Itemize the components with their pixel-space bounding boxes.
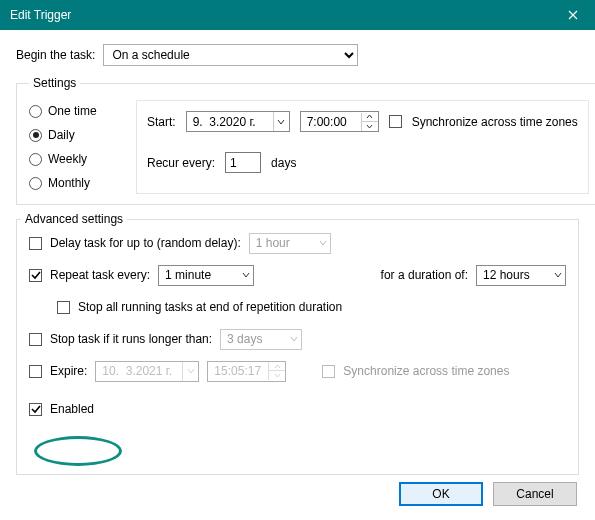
titlebar: Edit Trigger — [0, 0, 595, 30]
dialog-body: Begin the task: On a schedule Settings O… — [0, 30, 595, 489]
sync-tz2-label: Synchronize across time zones — [343, 364, 509, 378]
schedule-radios: One time Daily Weekly Monthly — [29, 100, 124, 194]
delay-value: 1 hour — [256, 236, 290, 250]
close-button[interactable] — [551, 0, 595, 30]
start-time-input[interactable] — [301, 112, 361, 131]
duration-label: for a duration of: — [381, 268, 468, 282]
start-date-input[interactable] — [187, 112, 273, 131]
cancel-button[interactable]: Cancel — [493, 482, 577, 506]
start-time-picker[interactable] — [300, 111, 379, 132]
sync-tz-label: Synchronize across time zones — [412, 115, 578, 129]
radio-weekly[interactable]: Weekly — [29, 152, 124, 166]
stop-at-end-checkbox[interactable] — [57, 301, 70, 314]
recur-unit: days — [271, 156, 296, 170]
duration-value: 12 hours — [483, 268, 530, 282]
start-pane: Start: Synch — [136, 100, 589, 194]
sync-tz2-checkbox — [322, 365, 335, 378]
stop-longer-label: Stop task if it runs longer than: — [50, 332, 212, 346]
chevron-down-icon — [319, 236, 327, 250]
delay-checkbox[interactable] — [29, 237, 42, 250]
advanced-group: Advanced settings Delay task for up to (… — [16, 219, 579, 475]
expire-checkbox[interactable] — [29, 365, 42, 378]
radio-label: Weekly — [48, 152, 87, 166]
begin-label: Begin the task: — [16, 48, 95, 62]
button-bar: OK Cancel — [399, 482, 577, 506]
chevron-down-icon[interactable] — [273, 112, 289, 131]
start-label: Start: — [147, 115, 176, 129]
stop-longer-value: 3 days — [227, 332, 262, 346]
radio-one-time[interactable]: One time — [29, 104, 124, 118]
sync-tz-checkbox[interactable] — [389, 115, 402, 128]
begin-row: Begin the task: On a schedule — [16, 44, 579, 66]
stop-longer-checkbox[interactable] — [29, 333, 42, 346]
expire-time-input — [208, 362, 268, 381]
recur-label: Recur every: — [147, 156, 215, 170]
chevron-down-icon — [182, 362, 198, 381]
radio-daily[interactable]: Daily — [29, 128, 124, 142]
duration-select[interactable]: 12 hours — [476, 265, 566, 286]
delay-label: Delay task for up to (random delay): — [50, 236, 241, 250]
advanced-legend: Advanced settings — [21, 212, 127, 226]
chevron-down-icon[interactable] — [242, 268, 250, 282]
spinner-down-icon[interactable] — [362, 122, 378, 131]
start-date-picker[interactable] — [186, 111, 290, 132]
time-spinner — [268, 362, 285, 380]
repeat-label: Repeat task every: — [50, 268, 150, 282]
ok-button[interactable]: OK — [399, 482, 483, 506]
radio-icon — [29, 129, 42, 142]
annotation-oval — [34, 436, 122, 466]
radio-icon — [29, 177, 42, 190]
stop-at-end-label: Stop all running tasks at end of repetit… — [78, 300, 342, 314]
recur-input[interactable] — [225, 152, 261, 173]
expire-label: Expire: — [50, 364, 87, 378]
radio-icon — [29, 105, 42, 118]
time-spinner[interactable] — [361, 113, 378, 131]
repeat-value: 1 minute — [165, 268, 211, 282]
spinner-up-icon[interactable] — [362, 113, 378, 122]
chevron-down-icon[interactable] — [554, 268, 562, 282]
repeat-select[interactable]: 1 minute — [158, 265, 254, 286]
expire-date-picker — [95, 361, 199, 382]
chevron-down-icon — [290, 332, 298, 346]
radio-icon — [29, 153, 42, 166]
delay-select: 1 hour — [249, 233, 331, 254]
settings-legend: Settings — [29, 76, 80, 90]
radio-label: Daily — [48, 128, 75, 142]
repeat-checkbox[interactable] — [29, 269, 42, 282]
window-title: Edit Trigger — [10, 8, 71, 22]
spinner-up-icon — [269, 362, 285, 371]
spinner-down-icon — [269, 371, 285, 380]
radio-label: One time — [48, 104, 97, 118]
expire-date-input — [96, 362, 182, 381]
settings-group: Settings One time Daily Weekly Monthly — [16, 76, 595, 205]
radio-label: Monthly — [48, 176, 90, 190]
enabled-checkbox[interactable] — [29, 403, 42, 416]
radio-monthly[interactable]: Monthly — [29, 176, 124, 190]
begin-task-select[interactable]: On a schedule — [103, 44, 358, 66]
enabled-label: Enabled — [50, 402, 94, 416]
close-icon — [568, 10, 578, 20]
stop-longer-select: 3 days — [220, 329, 302, 350]
expire-time-picker — [207, 361, 286, 382]
